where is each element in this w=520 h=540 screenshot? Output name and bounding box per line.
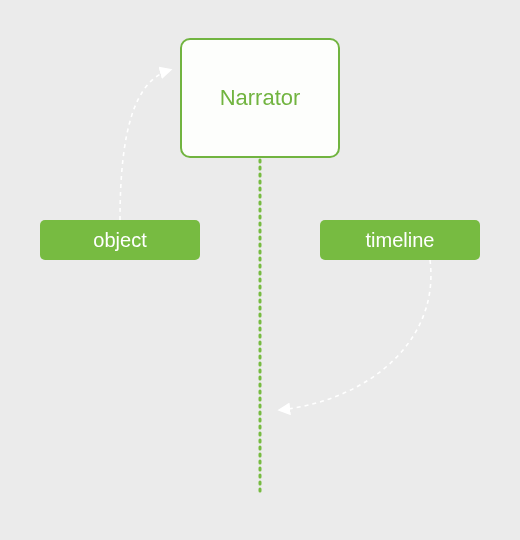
object-label: object xyxy=(93,229,146,252)
object-chip: object xyxy=(40,220,200,260)
timeline-chip: timeline xyxy=(320,220,480,260)
arrow-object-to-narrator xyxy=(120,70,170,220)
narrator-label: Narrator xyxy=(220,85,301,111)
narrator-node: Narrator xyxy=(180,38,340,158)
diagram-canvas: Narrator object timeline xyxy=(0,0,520,540)
arrow-timeline-to-line xyxy=(280,260,431,410)
timeline-label: timeline xyxy=(366,229,435,252)
